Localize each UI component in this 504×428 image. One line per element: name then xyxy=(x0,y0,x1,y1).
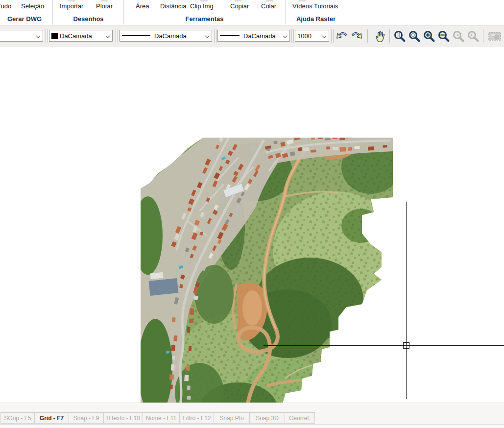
cropped-icon-remnant xyxy=(68,0,75,1)
toolbar-separator xyxy=(367,29,368,43)
toolbar-separator xyxy=(214,29,216,43)
zoom-in-button[interactable] xyxy=(422,29,435,43)
zoom-next-button xyxy=(466,29,480,43)
crosshair-horizontal-line xyxy=(264,345,504,346)
lineweight-select[interactable]: DaCamada xyxy=(217,30,290,42)
status-toggle-grid[interactable]: Grid - F7 xyxy=(34,412,69,424)
ribbon-group-divider xyxy=(52,0,53,24)
cropped-icon-remnant xyxy=(200,0,208,1)
linetype-sample xyxy=(122,35,150,36)
chevron-down-icon xyxy=(322,32,327,40)
toolbar-separator xyxy=(331,29,334,43)
toolbar-separator xyxy=(483,29,483,43)
zoom-next-icon xyxy=(467,30,480,43)
zoom-extents-icon xyxy=(393,30,406,43)
ribbon-group-divider xyxy=(123,0,124,24)
chevron-down-icon xyxy=(283,32,288,40)
redo-icon xyxy=(350,30,363,43)
ribbon: Tudo Seleção Importar Plotar Área Distân… xyxy=(0,0,504,26)
zoom-window-button[interactable] xyxy=(408,29,421,43)
menu-item-area[interactable]: Área xyxy=(136,2,149,10)
undo-button[interactable] xyxy=(335,29,348,43)
chevron-down-icon xyxy=(36,32,41,40)
status-toggle-snap3d[interactable]: Snap 3D xyxy=(249,412,285,424)
menu-item-copiar[interactable]: Copiar xyxy=(230,2,249,10)
menu-item-plotar[interactable]: Plotar xyxy=(96,2,113,10)
undo-icon xyxy=(336,30,348,43)
menu-item-tudo[interactable]: Tudo xyxy=(0,2,11,10)
scale-select[interactable]: 1000 xyxy=(295,30,329,42)
cropped-icon-remnant xyxy=(266,0,273,1)
menu-item-importar[interactable]: Importar xyxy=(60,2,83,10)
status-toggle-nome[interactable]: Nome - F11 xyxy=(143,412,180,424)
status-toggle-georref[interactable]: Georref. xyxy=(285,412,315,424)
crosshair-vertical-line xyxy=(406,202,407,399)
cropped-icon-remnant xyxy=(299,0,306,1)
cropped-icon-remnant xyxy=(101,0,108,1)
status-toggle-row: SGrip - F5 Grid - F7 Snap - F9 RTexto - … xyxy=(1,412,315,424)
cropped-icon-remnant xyxy=(235,0,241,1)
zoom-window-icon xyxy=(408,30,421,43)
status-bar: SGrip - F5 Grid - F7 Snap - F9 RTexto - … xyxy=(0,403,504,428)
chevron-down-icon xyxy=(105,32,110,40)
ribbon-group-divider xyxy=(347,0,347,24)
drawing-canvas[interactable] xyxy=(0,47,504,403)
menu-item-tutoriais[interactable]: Tutoriais xyxy=(314,2,338,10)
zoom-in-icon xyxy=(423,30,435,43)
raster-tool-button xyxy=(487,29,504,43)
toolbar-separator xyxy=(46,29,48,43)
group-label-desenhos: Desenhos xyxy=(53,15,124,23)
group-label-ajuda-raster: Ajuda Raster xyxy=(285,15,347,23)
ribbon-group-divider xyxy=(285,0,286,24)
raster-image-icon xyxy=(488,30,504,43)
group-label-gerar-dwg: Gerar DWG xyxy=(0,15,53,23)
properties-toolbar: DaCamada DaCamada DaCamada 1000 xyxy=(0,26,504,47)
zoom-extents-button[interactable] xyxy=(393,29,406,43)
status-toggle-snappto[interactable]: Snap Pto xyxy=(214,412,250,424)
menu-item-distancia[interactable]: Distância xyxy=(160,2,186,10)
lineweight-sample xyxy=(220,35,240,36)
color-select[interactable]: DaCamada xyxy=(49,30,113,42)
layer-select[interactable] xyxy=(0,30,43,42)
orthophoto xyxy=(141,138,393,428)
pan-button[interactable] xyxy=(373,29,387,43)
linetype-select[interactable]: DaCamada xyxy=(120,30,212,42)
status-toggle-sgrip[interactable]: SGrip - F5 xyxy=(0,412,35,424)
chevron-down-icon xyxy=(205,32,210,40)
toolbar-separator xyxy=(389,29,390,43)
group-label-ferramentas: Ferramentas xyxy=(124,15,285,23)
menu-item-colar[interactable]: Colar xyxy=(261,2,276,10)
redo-button[interactable] xyxy=(350,29,363,43)
zoom-previous-icon xyxy=(452,30,465,43)
zoom-previous-button xyxy=(452,29,465,43)
menu-item-videos[interactable]: Vídeos xyxy=(292,2,312,10)
status-toggle-rtexto[interactable]: RTexto - F10 xyxy=(103,412,143,424)
status-toggle-filtro[interactable]: Filtro - F12 xyxy=(179,412,214,424)
status-toggle-snap[interactable]: Snap - F9 xyxy=(69,412,104,424)
toolbar-separator xyxy=(116,29,118,43)
menu-item-clip-img[interactable]: Clip Img xyxy=(190,2,214,10)
crosshair-pickbox xyxy=(403,342,409,349)
toolbar-separator xyxy=(291,29,294,43)
color-swatch-black xyxy=(51,33,58,39)
menu-item-selecao[interactable]: Seleção xyxy=(21,2,44,10)
zoom-out-button[interactable] xyxy=(437,29,450,43)
zoom-out-icon xyxy=(437,30,450,43)
status-bar-footer xyxy=(0,424,504,428)
pan-hand-icon xyxy=(374,29,387,43)
